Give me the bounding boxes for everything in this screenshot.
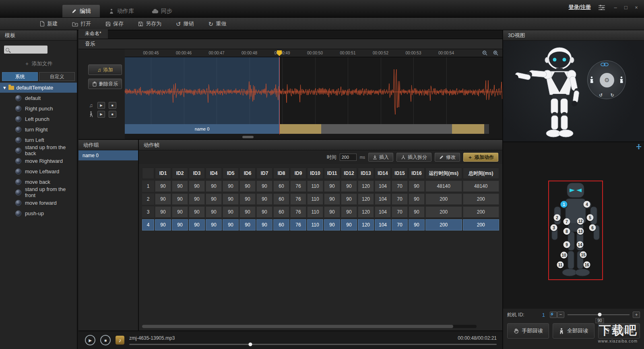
template-item[interactable]: turn Left xyxy=(0,135,77,145)
template-search-box[interactable] xyxy=(4,46,47,54)
pose-right-icon[interactable] xyxy=(619,76,624,83)
music-stop-button[interactable]: ■ xyxy=(109,102,116,109)
template-root-folder[interactable]: ▾ defaultTemplate xyxy=(0,83,77,93)
frame-cell[interactable]: 70 xyxy=(392,193,408,205)
frame-cell[interactable]: 90 xyxy=(239,219,256,231)
frame-cell[interactable]: 120 xyxy=(358,193,374,205)
frame-cell[interactable]: 90 xyxy=(409,181,425,192)
frame-cell[interactable]: 76 xyxy=(290,206,306,218)
frame-cell[interactable]: 60 xyxy=(273,193,289,205)
music-clip-segment[interactable] xyxy=(321,124,452,134)
new-button[interactable]: 新建 xyxy=(34,19,63,29)
robot-3d-view[interactable]: ↺ ↻ ⚙ xyxy=(503,41,644,142)
play-button[interactable]: ▶ xyxy=(85,335,95,345)
music-play-button[interactable]: ▶ xyxy=(97,102,105,109)
stop-button[interactable]: ■ xyxy=(100,335,111,345)
hand-readback-button[interactable]: 手部回读 xyxy=(507,323,549,339)
playhead-line[interactable] xyxy=(279,57,280,135)
frame-cell[interactable]: 110 xyxy=(307,193,323,205)
frame-cell[interactable]: 90 xyxy=(256,181,272,192)
servo-11[interactable]: 11 xyxy=(557,262,564,268)
frame-cell[interactable]: 90 xyxy=(206,206,222,218)
frame-cell[interactable]: 90 xyxy=(239,181,256,192)
frame-cell[interactable]: 120 xyxy=(358,181,374,192)
frame-cell[interactable]: 60 xyxy=(273,206,289,218)
minimize-button[interactable]: – xyxy=(613,4,618,10)
save-as-button[interactable]: 另存为 xyxy=(133,19,167,29)
timeline-ruler[interactable]: 00:00:4500:00:4600:00:4700:00:4800:00:49… xyxy=(125,49,502,57)
frame-cell[interactable]: 120 xyxy=(358,206,374,218)
frame-cell[interactable]: 110 xyxy=(307,206,323,218)
template-item[interactable]: Right punch xyxy=(0,103,77,114)
frame-cell[interactable]: 90 xyxy=(223,219,239,231)
playback-slider[interactable] xyxy=(129,344,497,345)
login-register-link[interactable]: 登录/注册 xyxy=(568,4,591,11)
tab-sync[interactable]: 同步 xyxy=(143,5,181,17)
delete-music-button[interactable]: 删除音乐 xyxy=(88,79,122,89)
frame-total-time[interactable]: 200 xyxy=(463,193,500,205)
undo-button[interactable]: ↺ 撤销 xyxy=(171,19,199,29)
frame-run-time[interactable]: 200 xyxy=(425,219,462,231)
wheel-hub-gear[interactable]: ⚙ xyxy=(600,73,614,87)
frame-total-time[interactable]: 200 xyxy=(463,219,500,231)
frame-cell[interactable]: 90 xyxy=(256,206,272,218)
action-play-button[interactable]: ▶ xyxy=(97,111,105,118)
frame-cell[interactable]: 90 xyxy=(189,219,205,231)
servo-apply-button[interactable] xyxy=(550,312,557,318)
move-anchor-icon[interactable] xyxy=(636,144,642,150)
servo-12[interactable]: 12 xyxy=(577,218,584,225)
servo-14[interactable]: 14 xyxy=(577,241,584,248)
frame-cell[interactable]: 90 xyxy=(155,206,171,218)
frame-cell[interactable]: 104 xyxy=(375,206,391,218)
music-clip-segment[interactable] xyxy=(484,124,489,134)
template-item[interactable]: move back xyxy=(0,177,77,187)
all-readback-button[interactable]: 全部回读 xyxy=(553,323,594,339)
redo-button[interactable]: ↻ 重做 xyxy=(203,19,232,29)
frame-cell[interactable]: 90 xyxy=(206,219,222,231)
frame-cell[interactable]: 76 xyxy=(290,193,306,205)
frame-cell[interactable]: 60 xyxy=(273,181,289,192)
frame-cell[interactable]: 110 xyxy=(307,219,323,231)
template-item[interactable]: move forward xyxy=(0,197,77,208)
frame-row-number[interactable]: 2 xyxy=(142,193,154,205)
rotate-cw-icon[interactable]: ↻ xyxy=(611,93,614,98)
frame-cell[interactable]: 104 xyxy=(375,181,391,192)
frame-run-time[interactable]: 200 xyxy=(425,206,462,218)
frame-cell[interactable]: 70 xyxy=(392,219,408,231)
servo-8[interactable]: 8 xyxy=(564,228,570,235)
template-item[interactable]: move Rightward xyxy=(0,156,77,166)
servo-16[interactable]: 16 xyxy=(584,262,590,268)
frame-cell[interactable]: 90 xyxy=(239,206,256,218)
servo-slider-handle[interactable] xyxy=(598,313,602,316)
frame-cell[interactable]: 90 xyxy=(223,193,239,205)
frame-cell[interactable]: 90 xyxy=(206,181,222,192)
add-action-button[interactable]: ＋ 添加动作 xyxy=(463,153,498,162)
add-music-button[interactable]: ♫ 添加 xyxy=(88,64,122,75)
action-stop-button[interactable]: ■ xyxy=(109,111,116,118)
frame-cell[interactable]: 90 xyxy=(223,206,239,218)
frame-cell[interactable]: 120 xyxy=(358,219,374,231)
save-button[interactable]: 保存 xyxy=(100,19,129,29)
zoom-out-icon[interactable] xyxy=(482,50,487,56)
music-timeline[interactable]: 00:00:4500:00:4600:00:4700:00:4800:00:49… xyxy=(125,49,502,139)
servo-increase-button[interactable]: ＋ xyxy=(633,312,640,318)
music-clip-segment[interactable] xyxy=(452,124,484,134)
frames-hscrollbar-thumb[interactable] xyxy=(142,325,453,328)
servo-6[interactable]: 6 xyxy=(589,224,596,231)
link-icon[interactable] xyxy=(601,62,609,67)
template-item[interactable]: stand up from the front xyxy=(0,187,77,197)
servo-1[interactable]: 1 xyxy=(561,201,568,208)
template-item[interactable]: turn Right xyxy=(0,124,77,135)
frame-cell[interactable]: 90 xyxy=(189,206,205,218)
frame-cell[interactable]: 90 xyxy=(341,193,357,205)
frame-cell[interactable]: 90 xyxy=(155,219,171,231)
template-search-input[interactable] xyxy=(11,47,46,52)
frame-total-time[interactable]: 200 xyxy=(463,206,500,218)
frame-cell[interactable]: 60 xyxy=(273,219,289,231)
music-clip-selected[interactable]: name 0 xyxy=(125,124,279,134)
frame-cell[interactable]: 90 xyxy=(324,193,340,205)
waveform-area[interactable] xyxy=(125,57,502,124)
timeline-scrollbar-thumb[interactable] xyxy=(242,136,254,138)
template-item[interactable]: move Leftward xyxy=(0,166,77,177)
servo-15[interactable]: 15 xyxy=(580,251,587,258)
